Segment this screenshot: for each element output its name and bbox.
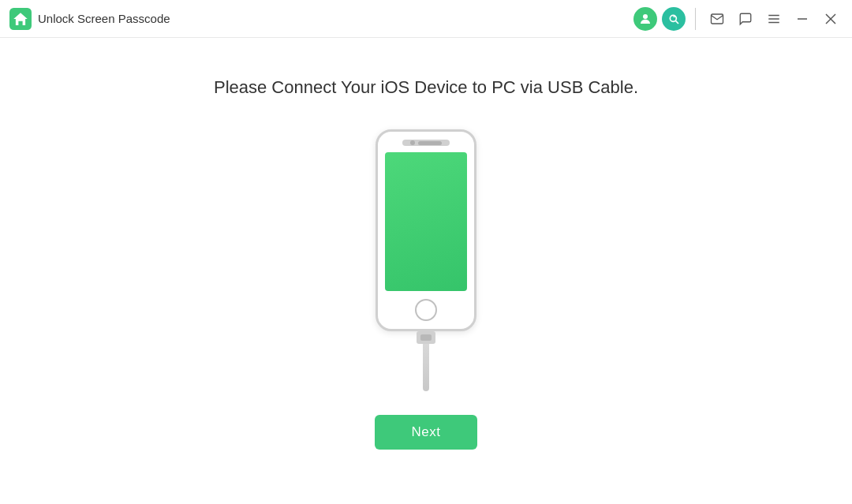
mail-button[interactable] [705, 7, 729, 31]
close-button[interactable] [819, 7, 843, 31]
svg-line-3 [676, 21, 678, 23]
titlebar-right [633, 7, 843, 31]
instruction-text: Please Connect Your iOS Device to PC via… [214, 77, 638, 98]
titlebar-title: Unlock Screen Passcode [38, 12, 170, 25]
titlebar: Unlock Screen Passcode [0, 0, 852, 38]
chat-button[interactable] [734, 7, 757, 31]
phone-camera [410, 140, 415, 145]
usb-connector [417, 331, 435, 344]
home-icon [9, 8, 32, 30]
usb-cable-line [423, 344, 429, 391]
phone-illustration [376, 129, 476, 391]
titlebar-left: Unlock Screen Passcode [9, 8, 633, 30]
phone-home-button [415, 299, 437, 321]
minimize-button[interactable] [790, 7, 814, 31]
main-content: Please Connect Your iOS Device to PC via… [0, 38, 852, 504]
titlebar-divider [695, 8, 696, 30]
phone-body [376, 129, 476, 331]
next-button[interactable]: Next [375, 415, 477, 450]
phone-screen [385, 152, 467, 291]
phone-top-bar [402, 140, 450, 146]
usb-cable [417, 331, 435, 391]
svg-point-1 [643, 14, 648, 19]
menu-button[interactable] [762, 7, 786, 31]
user-avatar-icon[interactable] [633, 7, 657, 31]
search-feature-icon[interactable] [662, 7, 686, 31]
phone-speaker [418, 141, 442, 145]
